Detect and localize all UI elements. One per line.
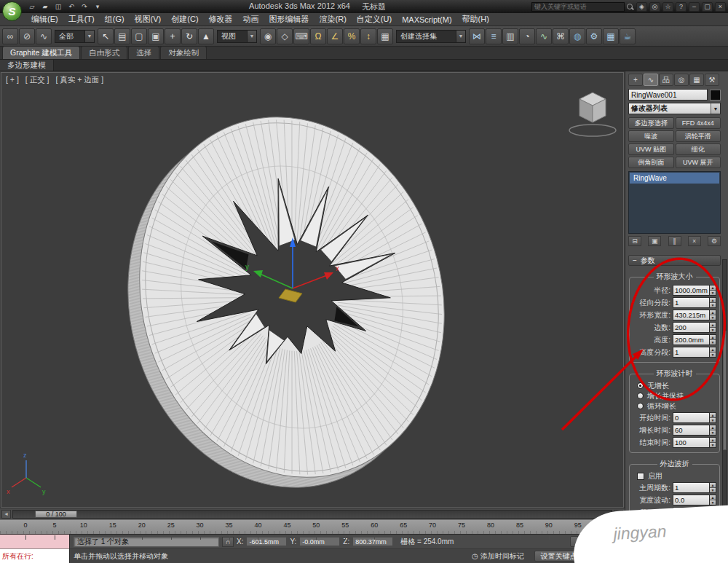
panel-tab-create[interactable]: +: [628, 74, 643, 86]
bind-to-space-warp-icon[interactable]: ∿: [36, 28, 52, 44]
menu-item[interactable]: 动画: [238, 13, 264, 25]
communication-center-icon[interactable]: ◎: [649, 2, 660, 12]
graphite-ribbon-toggle-icon[interactable]: ◔: [519, 28, 535, 44]
checkbox-icon[interactable]: [637, 473, 644, 480]
spinner-arrows[interactable]: ▲▼: [709, 310, 716, 320]
time-slider-handle[interactable]: 0 / 100: [35, 511, 77, 518]
previous-frame-button[interactable]: ◄: [1, 510, 11, 519]
sign-in-icon[interactable]: ◈: [636, 2, 647, 12]
menu-item[interactable]: 工具(T): [63, 13, 100, 25]
object-color-swatch[interactable]: [710, 90, 721, 101]
radio-icon[interactable]: [637, 382, 644, 389]
viewcube[interactable]: [569, 92, 616, 136]
ribbon-tab[interactable]: 选择: [128, 46, 159, 59]
menu-item[interactable]: 图形编辑器: [264, 13, 314, 25]
new-scene-icon[interactable]: ▱: [26, 1, 38, 12]
use-pivot-center-icon[interactable]: ◉: [260, 28, 276, 44]
radio-option[interactable]: 循环增长: [637, 401, 712, 411]
keyboard-override-icon[interactable]: ⌨: [293, 28, 309, 44]
align-icon[interactable]: ≡: [486, 28, 502, 44]
render-setup-icon[interactable]: ⚙: [586, 28, 602, 44]
panel-scrollbar[interactable]: [722, 259, 727, 532]
ribbon-tab[interactable]: 自由形式: [81, 46, 127, 59]
viewport-canvas[interactable]: x y x y z: [1, 73, 624, 508]
macro-recorder-line[interactable]: [0, 535, 69, 549]
spinner-arrows[interactable]: ▲▼: [709, 425, 716, 436]
spinner-arrows[interactable]: ▲▼: [709, 347, 716, 358]
rectangular-selection-region-icon[interactable]: ▢: [131, 28, 147, 44]
spinner-arrows[interactable]: ▲▼: [709, 334, 716, 345]
spinner-field[interactable]: 430.215m ▲▼: [673, 310, 716, 320]
modifier-button[interactable]: 涡轮平滑: [676, 130, 721, 142]
panel-tab-utilities[interactable]: ⚒: [705, 74, 719, 86]
spinner-field[interactable]: 0 ▲▼: [673, 412, 716, 423]
spinner-field[interactable]: 1000.0mm ▲▼: [673, 285, 716, 296]
radio-option[interactable]: 增长并保持: [637, 391, 712, 401]
viewport-menu-general[interactable]: [ + ]: [6, 75, 19, 85]
object-name-field[interactable]: RingWave001: [628, 89, 708, 101]
panel-tab-modify[interactable]: ∿: [644, 74, 658, 86]
spinner-field[interactable]: 200.0mm ▲▼: [673, 334, 716, 345]
ribbon-tab[interactable]: 对象绘制: [160, 46, 207, 59]
z-coordinate-field[interactable]: 800.37mm: [352, 537, 393, 546]
select-and-link-icon[interactable]: ∞: [2, 28, 18, 44]
x-coordinate-field[interactable]: -601.5mm: [246, 537, 287, 546]
modifier-button[interactable]: UVW 贴图: [628, 143, 674, 155]
select-and-scale-icon[interactable]: ▲: [198, 28, 214, 44]
selection-filter-dropdown[interactable]: 全部 ▼: [55, 30, 95, 43]
search-icon[interactable]: [627, 4, 633, 10]
close-icon[interactable]: ×: [715, 2, 726, 12]
reference-coordsys-dropdown[interactable]: 视图 ▼: [217, 30, 257, 43]
undo-icon[interactable]: ↶: [66, 1, 77, 12]
minimize-icon[interactable]: –: [689, 2, 700, 12]
render-production-icon[interactable]: ☕: [620, 28, 636, 44]
modifier-list-dropdown[interactable]: 修改器列表 ▼: [628, 103, 721, 114]
material-editor-icon[interactable]: ◍: [569, 28, 585, 44]
make-unique-icon[interactable]: ∥: [668, 236, 681, 246]
tab-polygon-modeling[interactable]: 多边形建模: [0, 60, 54, 71]
select-object-icon[interactable]: ↖: [98, 28, 114, 44]
unlink-selection-icon[interactable]: ⊘: [19, 28, 35, 44]
select-and-move-icon[interactable]: +: [165, 28, 181, 44]
save-file-icon[interactable]: ◫: [52, 1, 64, 12]
modifier-button[interactable]: 细化: [676, 143, 721, 155]
modifier-button[interactable]: UVW 展开: [676, 157, 721, 168]
menu-item[interactable]: 创建(C): [166, 13, 203, 25]
radio-option[interactable]: 无增长: [637, 381, 712, 390]
menu-item[interactable]: 渲染(R): [314, 13, 352, 25]
radio-icon[interactable]: [637, 403, 644, 409]
track-bar[interactable]: 0510152025303540455055606570758085909510…: [0, 519, 625, 534]
workspaces-dropdown-icon[interactable]: ▾: [92, 1, 103, 12]
modifier-button[interactable]: 倒角剖面: [628, 157, 674, 168]
3dsmax-logo-icon[interactable]: S: [2, 1, 22, 21]
spinner-arrows[interactable]: ▲▼: [709, 495, 716, 505]
named-selection-set-field[interactable]: 创建选择集 ▼: [396, 30, 466, 43]
spinner-arrows[interactable]: ▲▼: [709, 322, 716, 333]
time-slider-track[interactable]: 0 / 100: [12, 510, 612, 519]
add-time-tag[interactable]: ◷ 添加时间标记: [472, 551, 524, 562]
stack-item[interactable]: RingWave: [630, 173, 719, 184]
menu-item[interactable]: MAXScript(M): [397, 15, 456, 25]
spinner-field[interactable]: 1 ▲▼: [673, 347, 716, 358]
pin-stack-icon[interactable]: ⊟: [628, 236, 641, 246]
radio-icon[interactable]: [637, 393, 644, 399]
ribbon-tab[interactable]: Graphite 建模工具: [2, 46, 80, 59]
maxscript-mini-listener[interactable]: 所有在行:: [0, 535, 70, 563]
menu-item[interactable]: 组(G): [100, 13, 130, 25]
panel-tab-display[interactable]: ▦: [689, 74, 704, 86]
select-and-manipulate-icon[interactable]: ◇: [277, 28, 293, 44]
percent-snap-icon[interactable]: %: [344, 28, 360, 44]
remove-modifier-icon[interactable]: ×: [688, 236, 701, 246]
modifier-button[interactable]: FFD 4x4x4: [676, 117, 721, 129]
menu-item[interactable]: 编辑(E): [26, 13, 63, 25]
viewport-menu-shading[interactable]: [ 真实 + 边面 ]: [55, 75, 103, 85]
selection-lock-toggle[interactable]: ∩: [222, 537, 234, 547]
restore-icon[interactable]: ▢: [702, 2, 713, 12]
modifier-button[interactable]: 多边形选择: [628, 117, 674, 129]
show-end-result-icon[interactable]: ▣: [648, 236, 661, 246]
spinner-field[interactable]: 100 ▲▼: [673, 437, 716, 448]
spinner-arrows[interactable]: ▲▼: [709, 285, 716, 296]
window-crossing-icon[interactable]: ▣: [148, 28, 164, 44]
edit-named-selection-sets-icon[interactable]: ▦: [377, 28, 393, 44]
curve-editor-icon[interactable]: ∿: [536, 28, 552, 44]
